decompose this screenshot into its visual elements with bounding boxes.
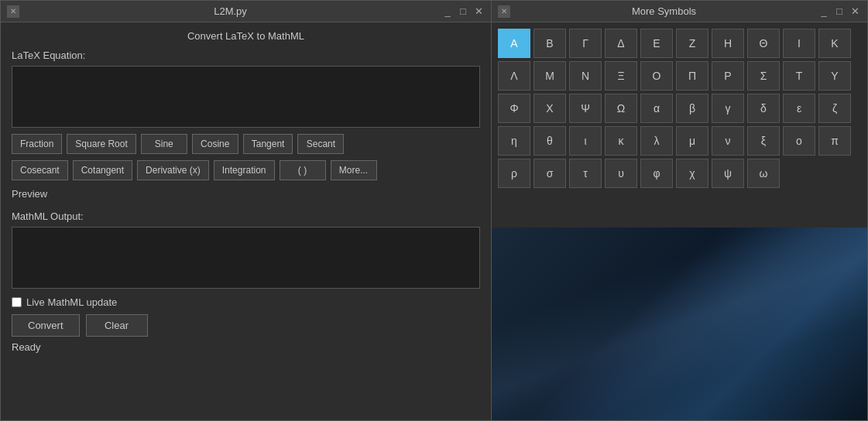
- symbol-btn-theta[interactable]: θ: [533, 126, 566, 156]
- symbol-btn-kappa[interactable]: κ: [605, 126, 637, 156]
- symbol-btn-phi[interactable]: φ: [640, 159, 673, 188]
- symbol-btn-pi[interactable]: π: [818, 126, 851, 156]
- mathml-output[interactable]: [12, 227, 480, 289]
- right-background-decoration: [492, 228, 867, 420]
- left-minimize-btn[interactable]: _: [441, 5, 454, 18]
- symbol-row-3: η θ ι κ λ μ ν ξ ο π: [498, 126, 861, 156]
- symbol-btn-Pi[interactable]: Π: [676, 61, 708, 91]
- live-update-label: Live MathML update: [26, 296, 117, 308]
- symbol-row-4: ρ σ τ υ φ χ ψ ω: [498, 159, 861, 188]
- left-panel-content: Convert LaTeX to MathML LaTeX Equation: …: [1, 22, 491, 420]
- symbol-btn-rho[interactable]: ρ: [498, 159, 530, 188]
- cosine-btn[interactable]: Cosine: [192, 134, 238, 154]
- secant-btn[interactable]: Secant: [297, 134, 344, 154]
- latex-label: LaTeX Equation:: [12, 50, 480, 61]
- symbol-btn-iota[interactable]: ι: [569, 126, 602, 156]
- symbol-btn-nu[interactable]: ν: [712, 126, 744, 156]
- symbol-btn-eta[interactable]: η: [498, 126, 530, 156]
- symbol-btn-Rho[interactable]: Ρ: [712, 61, 744, 91]
- symbol-btn-omega[interactable]: ω: [747, 159, 780, 188]
- convert-button[interactable]: Convert: [12, 314, 80, 337]
- symbol-btn-alpha[interactable]: α: [640, 94, 673, 123]
- symbol-btn-Iota[interactable]: Ι: [783, 29, 815, 58]
- symbol-btn-tau[interactable]: τ: [569, 159, 602, 188]
- symbol-btn-Omicron[interactable]: Ο: [640, 61, 673, 91]
- symbol-btn-Kappa[interactable]: Κ: [818, 29, 851, 58]
- symbol-btn-chi[interactable]: χ: [676, 159, 708, 188]
- symbol-btn-zeta[interactable]: ζ: [818, 94, 851, 123]
- symbol-btn-Omega[interactable]: Ω: [605, 94, 637, 123]
- left-maximize-btn[interactable]: □: [457, 5, 469, 18]
- symbol-btn-Xi[interactable]: Ξ: [605, 61, 637, 91]
- left-window-title: L2M.py: [19, 5, 441, 17]
- right-close-btn[interactable]: ✕: [849, 5, 861, 18]
- symbol-btn-Eta[interactable]: Η: [712, 29, 744, 58]
- integration-btn[interactable]: Integration: [214, 160, 275, 180]
- symbol-btn-Beta[interactable]: Β: [533, 29, 566, 58]
- sine-btn[interactable]: Sine: [141, 134, 187, 154]
- symbol-buttons-row1: Fraction Square Root Sine Cosine Tangent…: [12, 134, 480, 154]
- symbol-btn-epsilon[interactable]: ε: [783, 94, 815, 123]
- right-window: ✕ More Symbols _ □ ✕ Α Β Γ Δ Ε Ζ Η Θ Ι Κ…: [492, 0, 868, 421]
- right-window-title: More Symbols: [510, 5, 818, 17]
- square-root-btn[interactable]: Square Root: [67, 134, 136, 154]
- symbol-btn-Psi[interactable]: Ψ: [569, 94, 602, 123]
- right-titlebar: ✕ More Symbols _ □ ✕: [492, 1, 867, 22]
- symbol-btn-psi[interactable]: ψ: [712, 159, 744, 188]
- symbol-row-1: Λ Μ Ν Ξ Ο Π Ρ Σ Τ Υ: [498, 61, 861, 91]
- panel-title: Convert LaTeX to MathML: [12, 30, 480, 42]
- status-bar: Ready: [12, 341, 480, 353]
- symbol-btn-Upsilon[interactable]: Υ: [818, 61, 851, 91]
- right-window-icon: ✕: [498, 5, 510, 18]
- symbol-btn-Lambda[interactable]: Λ: [498, 61, 530, 91]
- symbol-btn-Nu[interactable]: Ν: [569, 61, 602, 91]
- more-btn[interactable]: More...: [331, 160, 377, 180]
- symbol-btn-Zeta[interactable]: Ζ: [676, 29, 708, 58]
- symbol-btn-upsilon[interactable]: υ: [605, 159, 637, 188]
- symbol-btn-mu[interactable]: μ: [676, 126, 708, 156]
- symbol-btn-Theta[interactable]: Θ: [747, 29, 780, 58]
- left-close-btn[interactable]: ✕: [472, 5, 485, 18]
- right-titlebar-controls: _ □ ✕: [818, 5, 861, 18]
- symbol-btn-delta[interactable]: δ: [747, 94, 780, 123]
- symbol-btn-Sigma[interactable]: Σ: [747, 61, 780, 91]
- derivative-btn[interactable]: Derivative (x): [137, 160, 209, 180]
- bottom-buttons: Convert Clear: [12, 314, 480, 337]
- symbol-row-0: Α Β Γ Δ Ε Ζ Η Θ Ι Κ: [498, 29, 861, 58]
- parens-btn[interactable]: ( ): [280, 160, 326, 180]
- symbol-btn-beta[interactable]: β: [676, 94, 708, 123]
- symbols-grid: Α Β Γ Δ Ε Ζ Η Θ Ι Κ Λ Μ Ν Ξ Ο Π Ρ Σ Τ Υ …: [492, 22, 867, 228]
- symbol-buttons-row2: Cosecant Cotangent Derivative (x) Integr…: [12, 160, 480, 180]
- live-update-checkbox[interactable]: [12, 297, 22, 307]
- symbol-btn-Tau[interactable]: Τ: [783, 61, 815, 91]
- symbol-btn-sigma[interactable]: σ: [533, 159, 566, 188]
- symbol-row-2: Φ Χ Ψ Ω α β γ δ ε ζ: [498, 94, 861, 123]
- symbol-btn-Gamma[interactable]: Γ: [569, 29, 602, 58]
- symbol-btn-lambda[interactable]: λ: [640, 126, 673, 156]
- symbol-btn-Chi[interactable]: Χ: [533, 94, 566, 123]
- left-titlebar: ✕ L2M.py _ □ ✕: [1, 1, 491, 22]
- cosecant-btn[interactable]: Cosecant: [12, 160, 68, 180]
- symbol-btn-Epsilon[interactable]: Ε: [640, 29, 673, 58]
- left-window: ✕ L2M.py _ □ ✕ Convert LaTeX to MathML L…: [0, 0, 492, 421]
- symbol-btn-Alpha[interactable]: Α: [498, 29, 530, 58]
- live-update-row: Live MathML update: [12, 296, 480, 308]
- clear-button[interactable]: Clear: [86, 314, 148, 337]
- right-minimize-btn[interactable]: _: [818, 5, 830, 18]
- symbol-btn-xi[interactable]: ξ: [747, 126, 780, 156]
- symbol-btn-gamma[interactable]: γ: [712, 94, 744, 123]
- tangent-btn[interactable]: Tangent: [243, 134, 293, 154]
- cotangent-btn[interactable]: Cotangent: [73, 160, 132, 180]
- symbol-btn-omicron[interactable]: ο: [783, 126, 815, 156]
- symbol-btn-Delta[interactable]: Δ: [605, 29, 637, 58]
- mathml-label: MathML Output:: [12, 210, 480, 222]
- preview-label: Preview: [12, 188, 480, 200]
- fraction-btn[interactable]: Fraction: [12, 134, 62, 154]
- right-maximize-btn[interactable]: □: [833, 5, 846, 18]
- symbol-btn-Phi[interactable]: Φ: [498, 94, 530, 123]
- left-titlebar-controls: _ □ ✕: [441, 5, 485, 18]
- left-window-icon: ✕: [7, 5, 19, 18]
- symbol-btn-Mu[interactable]: Μ: [533, 61, 566, 91]
- latex-input[interactable]: [12, 66, 480, 128]
